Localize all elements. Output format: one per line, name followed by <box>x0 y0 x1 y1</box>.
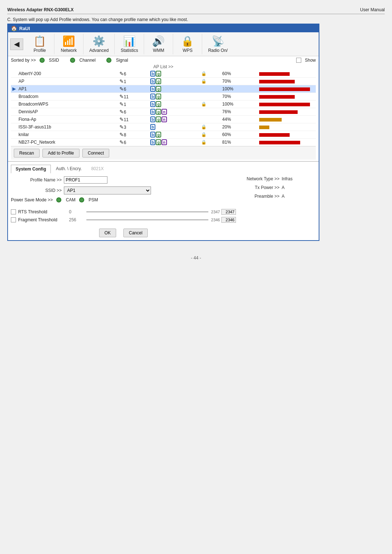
back-button[interactable]: ◀ <box>10 38 23 50</box>
badge-b: b <box>150 132 156 138</box>
ssid-label: SSID >> <box>11 188 62 193</box>
channel-cell: ✎3 <box>118 123 149 131</box>
ssid-cell: BroadcomWPS <box>17 100 118 108</box>
show-checkbox[interactable] <box>296 58 301 63</box>
table-row[interactable]: AlbertY-200✎6bg🔒60% <box>11 70 316 78</box>
table-row[interactable]: Broadcom✎11bg70% <box>11 93 316 100</box>
badge-g: g <box>156 139 161 145</box>
badge-b: b <box>150 116 156 122</box>
signal-bar-cell <box>258 123 316 131</box>
row-indicator <box>11 139 17 146</box>
toolbar-advanced[interactable]: ⚙️ Advanced <box>83 34 115 54</box>
channel-cell: ✎8 <box>118 131 149 139</box>
toolbar-radioon[interactable]: 📡 Radio On/ <box>202 34 233 54</box>
table-row[interactable]: NB27-PC_Network✎6bgn🔒81% <box>11 139 316 146</box>
ssid-select[interactable]: AP1 <box>64 186 151 194</box>
statistics-label: Statistics <box>121 48 138 53</box>
ap-list-label: AP List >> <box>11 64 316 69</box>
brand-label: RaUI <box>19 26 30 31</box>
cam-radio[interactable] <box>56 197 61 202</box>
lock-cell: 🔒 <box>200 70 221 78</box>
badge-g: g <box>156 86 161 92</box>
rts-threshold-label: RTS Threshold <box>18 209 69 214</box>
config-left: Profile Name >> SSID >> AP1 Power Save M… <box>11 176 236 237</box>
toolbar-profile[interactable]: 📋 Profile <box>25 34 54 54</box>
profile-name-row: Profile Name >> <box>11 176 236 184</box>
frag-checkbox[interactable] <box>11 217 16 222</box>
preamble-label: Preamble >> <box>243 194 279 199</box>
rts-max: 2347 <box>211 210 220 214</box>
config-body: Profile Name >> SSID >> AP1 Power Save M… <box>11 176 316 237</box>
statistics-icon: 📊 <box>123 35 136 47</box>
signal-bar <box>259 110 298 114</box>
connect-button[interactable]: Connect <box>82 149 110 157</box>
badge-b: b <box>150 86 156 92</box>
intro-text: C. System will pop up Add Profile window… <box>7 17 385 22</box>
toolbar-wps[interactable]: 🔒 WPS <box>173 34 202 54</box>
row-indicator: ▶ <box>11 85 17 93</box>
frag-threshold-label: Fragment Threshold <box>18 217 69 222</box>
tab-auth[interactable]: Auth. \ Encry. <box>52 165 86 173</box>
channel-cell: ✎1 <box>118 78 149 85</box>
ssid-cell: NB27-PC_Network <box>17 139 118 146</box>
toolbar-network[interactable]: 📶 Network <box>54 34 83 54</box>
signal-pct-cell: 100% <box>221 100 258 108</box>
table-row[interactable]: ISSI-3F-asus11b✎3b🔒20% <box>11 123 316 131</box>
channel-filter-label: Channel <box>79 58 96 63</box>
rts-input[interactable] <box>221 209 236 215</box>
badge-cell: bg <box>149 78 200 85</box>
lock-cell <box>200 116 221 123</box>
title-bar: 🏠 RaUI <box>8 24 319 32</box>
rts-checkbox[interactable] <box>11 209 16 214</box>
signal-bar-cell <box>258 116 316 123</box>
toolbar-statistics[interactable]: 📊 Statistics <box>115 34 144 54</box>
frag-slider[interactable] <box>86 219 208 220</box>
signal-pct-cell: 70% <box>221 78 258 85</box>
ssid-radio[interactable] <box>40 58 45 63</box>
table-row[interactable]: DennisAP✎6bgn76% <box>11 108 316 116</box>
rts-slider[interactable] <box>86 212 208 212</box>
lock-icon: 🔒 <box>201 79 207 84</box>
signal-pct-cell: 70% <box>221 93 258 100</box>
radioon-label: Radio On/ <box>208 48 228 53</box>
toolbar-wmm[interactable]: 🔊 WMM <box>144 34 173 54</box>
frag-threshold-row: Fragment Threshold 256 2346 <box>11 217 236 223</box>
rescan-button[interactable]: Rescan <box>14 149 40 157</box>
signal-radio[interactable] <box>106 58 111 63</box>
table-row[interactable]: knilar✎8bg🔒60% <box>11 131 316 139</box>
signal-pct-cell: 100% <box>221 85 258 93</box>
filter-row: Sorted by >> SSID Channel Signal Show <box>11 58 316 63</box>
frag-input[interactable] <box>221 217 236 223</box>
advanced-label: Advanced <box>89 48 109 53</box>
ssid-cell: AP <box>17 78 118 85</box>
signal-bar-cell <box>258 70 316 78</box>
ok-button[interactable]: OK <box>99 229 116 237</box>
page-header: Wireless Adapter RNX-G300ELX User Manual <box>7 7 385 14</box>
signal-bar-cell <box>258 85 316 93</box>
signal-bar-cell <box>258 93 316 100</box>
tab-system-config[interactable]: System Config <box>11 165 51 173</box>
signal-pct-cell: 81% <box>221 139 258 146</box>
wmm-label: WMM <box>153 48 164 53</box>
table-row[interactable]: BroadcomWPS✎1bg🔒100% <box>11 100 316 108</box>
lock-cell: 🔒 <box>200 123 221 131</box>
lock-cell: 🔒 <box>200 139 221 146</box>
add-to-profile-button[interactable]: Add to Profile <box>42 149 79 157</box>
lock-cell <box>200 85 221 93</box>
wmm-icon: 🔊 <box>152 35 165 47</box>
lock-cell: 🔒 <box>200 78 221 85</box>
frag-value: 256 <box>69 217 83 222</box>
table-row[interactable]: ▶AP1✎6bg100% <box>11 85 316 93</box>
table-row[interactable]: AP✎1bg🔒70% <box>11 78 316 85</box>
signal-filter-label: Signal <box>116 58 128 63</box>
table-row[interactable]: Fiona-Ap✎11bgn44% <box>11 116 316 123</box>
badge-cell: bg <box>149 131 200 139</box>
badge-g: g <box>156 116 161 122</box>
channel-cell: ✎6 <box>118 108 149 116</box>
signal-bar <box>259 126 269 129</box>
ap-table: AlbertY-200✎6bg🔒60%AP✎1bg🔒70%▶AP1✎6bg100… <box>11 70 316 146</box>
psm-radio[interactable] <box>79 197 84 202</box>
cancel-button[interactable]: Cancel <box>123 229 148 237</box>
profile-name-input[interactable] <box>64 176 107 184</box>
channel-radio[interactable] <box>70 58 75 63</box>
